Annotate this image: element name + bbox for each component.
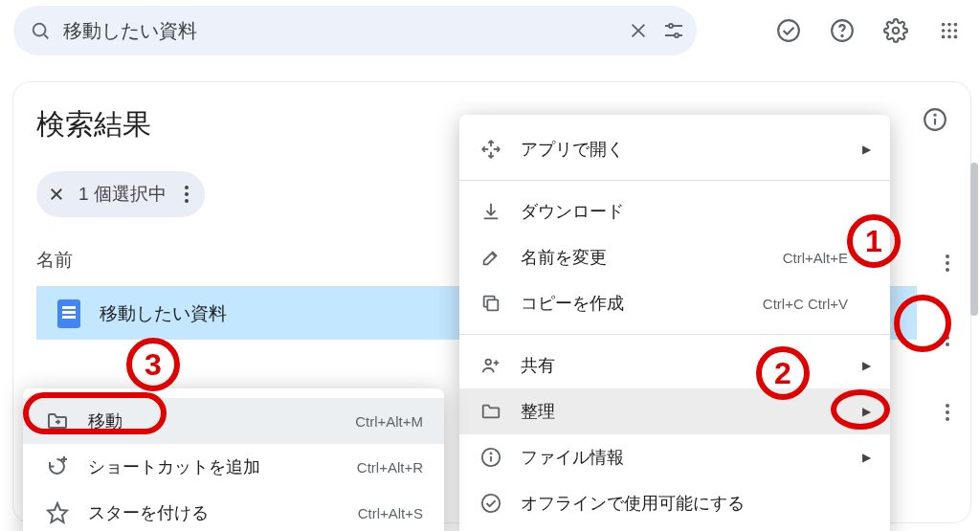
svg-point-11 — [893, 28, 900, 34]
info-icon[interactable] — [923, 107, 949, 134]
submenu-shortcut: Ctrl+Alt+R — [357, 459, 423, 476]
svg-point-10 — [841, 35, 842, 36]
menu-label: ファイル情報 — [521, 446, 624, 469]
selection-more-icon[interactable] — [184, 185, 189, 204]
menu-offline[interactable]: オフラインで使用可能にする — [459, 480, 890, 526]
submenu-label: ショートカットを追加 — [88, 455, 260, 478]
menu-label: アプリで開く — [521, 138, 624, 161]
svg-point-35 — [490, 453, 491, 454]
context-menu: アプリで開く ▶ ダウンロード 名前を変更 Ctrl+Alt+E コピーを作成 … — [459, 115, 890, 531]
star-icon — [46, 501, 69, 524]
apps-grid-icon[interactable] — [928, 10, 970, 52]
menu-separator — [459, 334, 890, 335]
top-right-actions — [768, 10, 970, 52]
menu-shortcut: Ctrl+Alt+E — [783, 250, 848, 266]
row-overflow-icon[interactable] — [946, 249, 949, 277]
file-name: 移動したい資料 — [100, 301, 227, 326]
menu-rename[interactable]: 名前を変更 Ctrl+Alt+E — [459, 234, 890, 280]
row-overflow-icon[interactable] — [946, 398, 949, 427]
menu-label: ダウンロード — [521, 200, 624, 223]
svg-point-14 — [954, 23, 958, 27]
svg-point-23 — [934, 114, 935, 115]
selection-chip: 1 個選択中 — [36, 171, 205, 217]
help-icon[interactable] — [821, 10, 863, 52]
annotation-number: 3 — [126, 338, 180, 391]
menu-make-copy[interactable]: コピーを作成 Ctrl+C Ctrl+V — [459, 280, 890, 326]
annotation-circle — [894, 295, 951, 352]
search-input[interactable]: 移動したい資料 — [56, 18, 628, 44]
menu-separator — [459, 180, 890, 181]
submenu-add-shortcut[interactable]: ショートカットを追加 Ctrl+Alt+R — [23, 444, 444, 490]
add-shortcut-icon — [46, 455, 69, 478]
svg-point-16 — [947, 29, 951, 33]
svg-point-26 — [185, 186, 189, 189]
svg-point-18 — [942, 35, 946, 39]
submenu-star[interactable]: スターを付ける Ctrl+Alt+S — [23, 490, 444, 531]
folder-icon — [480, 401, 501, 422]
offline-status-icon[interactable] — [768, 10, 810, 52]
search-bar[interactable]: 移動したい資料 — [13, 6, 697, 55]
search-icon — [25, 20, 56, 41]
menu-label: コピーを作成 — [521, 292, 624, 315]
offline-icon — [480, 493, 501, 514]
menu-open-with[interactable]: アプリで開く ▶ — [459, 126, 890, 172]
svg-point-36 — [482, 495, 500, 512]
menu-organize[interactable]: 整理 ▶ — [459, 388, 890, 434]
svg-point-28 — [185, 199, 189, 203]
svg-point-13 — [947, 23, 951, 27]
svg-point-8 — [778, 20, 799, 41]
open-with-icon — [480, 139, 501, 160]
svg-point-7 — [675, 33, 679, 37]
settings-icon[interactable] — [875, 10, 917, 52]
svg-line-1 — [44, 34, 48, 38]
menu-share[interactable]: 共有 ▶ — [459, 343, 890, 388]
menu-label: 整理 — [521, 400, 555, 423]
annotation-ellipse — [23, 392, 167, 434]
menu-label: 共有 — [521, 354, 555, 377]
search-options-icon[interactable] — [662, 19, 685, 42]
selection-count: 1 個選択中 — [78, 182, 167, 207]
chevron-right-icon: ▶ — [862, 359, 871, 372]
svg-point-0 — [33, 24, 46, 36]
submenu-shortcut: Ctrl+Alt+M — [355, 413, 423, 430]
copy-icon — [480, 293, 501, 314]
info-icon — [480, 447, 501, 468]
share-icon — [480, 355, 501, 376]
svg-point-12 — [942, 23, 946, 27]
svg-point-27 — [185, 192, 189, 196]
menu-label: オフラインで使用可能にする — [521, 492, 745, 515]
svg-point-30 — [486, 360, 492, 365]
svg-point-20 — [954, 35, 958, 39]
rename-icon — [480, 247, 501, 268]
menu-shortcut: Ctrl+C Ctrl+V — [763, 296, 848, 312]
menu-file-info[interactable]: ファイル情報 ▶ — [459, 434, 890, 480]
scrollbar[interactable] — [970, 163, 978, 316]
menu-label: 名前を変更 — [521, 246, 607, 269]
chevron-right-icon: ▶ — [862, 451, 871, 464]
annotation-number: 2 — [756, 346, 810, 400]
clear-selection-icon[interactable] — [48, 186, 65, 203]
menu-download[interactable]: ダウンロード — [459, 188, 890, 234]
annotation-number: 1 — [847, 214, 901, 268]
svg-rect-29 — [487, 299, 498, 310]
svg-point-17 — [954, 29, 958, 33]
svg-point-19 — [947, 35, 951, 39]
svg-marker-39 — [48, 503, 67, 522]
submenu-shortcut: Ctrl+Alt+S — [358, 505, 423, 521]
svg-point-15 — [942, 29, 946, 33]
clear-search-icon[interactable] — [628, 20, 649, 41]
download-icon — [480, 201, 501, 222]
svg-point-5 — [669, 24, 673, 28]
annotation-circle — [831, 389, 890, 430]
docs-file-icon — [57, 299, 80, 328]
submenu-label: スターを付ける — [88, 501, 209, 524]
chevron-right-icon: ▶ — [862, 143, 871, 156]
